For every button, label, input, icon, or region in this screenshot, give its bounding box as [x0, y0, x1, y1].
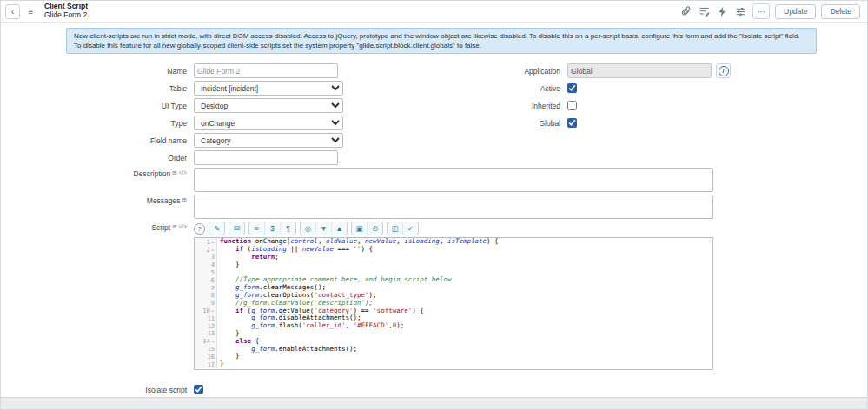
isolate-script-label: Isolate script — [1, 386, 194, 394]
ui-type-label: UI Type — [1, 102, 194, 110]
outline-button[interactable]: ≡ — [249, 222, 265, 235]
ui-type-select[interactable]: Desktop — [194, 98, 343, 113]
order-label: Order — [1, 154, 194, 162]
translate-icon: ⊞ — [182, 196, 187, 202]
wrap-lines-button[interactable]: ¶ — [281, 222, 295, 235]
line-number: 14– — [195, 338, 217, 346]
messages-label: Messages⊞ — [1, 195, 194, 205]
code-icon: </> — [179, 223, 187, 229]
script-field-row: Script⊞</> ? ✎✉≡$¶◎▼▲▣⊙◫✓ 1–function onC… — [1, 222, 867, 370]
toolbar-button-groups: ✎✉≡$¶◎▼▲▣⊙◫✓ — [209, 222, 419, 235]
line-number: 2– — [195, 246, 217, 254]
form-body: Name Table Incident [incident] UI Type D… — [1, 60, 867, 397]
format-code-button[interactable]: ✎ — [209, 222, 224, 235]
line-number: 13 — [195, 330, 217, 338]
attachment-button[interactable] — [679, 5, 692, 18]
line-number: 16 — [195, 353, 217, 360]
table-label: Table — [1, 84, 194, 93]
code-line: 4 } — [195, 261, 712, 269]
form-header: ‹ ≡ Client Script Glide Form 2 ⋯ Update … — [1, 1, 867, 23]
code-line: 17} — [195, 360, 712, 368]
order-input[interactable] — [194, 150, 338, 165]
translate-icon: ⊞ — [172, 169, 176, 175]
activity-stream-button[interactable] — [716, 5, 729, 18]
client-script-form-page: ‹ ≡ Client Script Glide Form 2 ⋯ Update … — [0, 0, 868, 410]
replace-button[interactable]: $ — [265, 222, 281, 235]
hamburger-icon: ≡ — [29, 7, 34, 17]
line-number: 3 — [195, 254, 217, 261]
code-line: 16 } — [195, 353, 712, 360]
inherited-field-row: Inherited — [409, 98, 783, 113]
more-options-button[interactable]: ⋯ — [752, 3, 770, 19]
application-label: Application — [409, 67, 567, 76]
fold-marker-icon[interactable]: – — [211, 239, 215, 246]
type-label: Type — [1, 119, 194, 128]
update-button[interactable]: Update — [775, 4, 816, 19]
description-field-row: Description⊞</> — [1, 168, 867, 192]
table-select[interactable]: Incident [incident] — [194, 81, 343, 96]
fold-marker-icon[interactable]: – — [211, 247, 215, 254]
active-label: Active — [409, 84, 567, 93]
script-label: Script⊞</> — [1, 222, 194, 232]
line-number: 10– — [195, 308, 217, 315]
line-number: 7 — [195, 284, 217, 292]
paperclip-icon — [680, 6, 692, 17]
name-input[interactable] — [194, 63, 338, 78]
isolate-script-checkbox[interactable] — [194, 385, 203, 394]
edit-list-icon — [699, 6, 710, 17]
search-next-button[interactable]: ▼ — [316, 222, 332, 235]
global-checkbox[interactable] — [567, 118, 577, 128]
description-textarea[interactable] — [194, 168, 713, 192]
comment-button[interactable]: ✉ — [229, 222, 244, 235]
history-button[interactable]: ⊙ — [368, 222, 382, 235]
fold-marker-icon[interactable]: – — [211, 338, 215, 345]
application-info-button[interactable]: i — [716, 63, 731, 78]
banner-text: New client-scripts are run in strict mod… — [74, 32, 800, 50]
line-number: 17 — [195, 360, 217, 368]
code-line: 15 g_form.enableAttachments(); — [195, 346, 712, 354]
lightning-icon — [717, 6, 728, 17]
search-prev-button[interactable]: ▲ — [332, 222, 347, 235]
application-input — [567, 63, 712, 78]
ellipsis-icon: ⋯ — [757, 7, 765, 17]
active-checkbox[interactable] — [567, 83, 577, 93]
code-editor-area[interactable]: 1–function onChange(control, oldValue, n… — [194, 237, 713, 370]
description-label: Description⊞</> — [1, 168, 194, 178]
script-editor-toolbar: ? ✎✉≡$¶◎▼▲▣⊙◫✓ — [194, 222, 713, 235]
messages-textarea[interactable] — [194, 195, 713, 219]
line-number: 6 — [195, 276, 217, 284]
line-number: 1– — [195, 238, 217, 246]
strict-mode-info-banner: New client-scripts are run in strict mod… — [66, 28, 817, 54]
line-number: 15 — [195, 346, 217, 354]
editor-help-button[interactable]: ? — [194, 223, 205, 235]
search-button[interactable]: ◎ — [301, 222, 316, 235]
right-column: Application i Active Inherited Global — [409, 63, 783, 133]
code-line: 12 g_form.flash('caller_id', '#FFFACD',0… — [195, 322, 712, 330]
translate-icon: ⊞ — [172, 223, 176, 229]
code-text[interactable]: g_form.flash('caller_id', '#FFFACD',0); — [217, 322, 404, 330]
code-text[interactable]: } — [217, 360, 224, 368]
save-script-button[interactable]: ◫ — [388, 222, 403, 235]
syntax-check-button[interactable]: ✓ — [403, 222, 418, 235]
global-field-row: Global — [409, 116, 783, 130]
line-number: 5 — [195, 269, 217, 277]
isolate-script-field-row: Isolate script — [1, 382, 867, 397]
line-number: 4 — [195, 261, 217, 269]
back-button[interactable]: ‹ — [5, 4, 20, 19]
context-menu-button[interactable]: ≡ — [23, 4, 38, 19]
inherited-checkbox[interactable] — [567, 101, 577, 110]
order-field-row: Order — [1, 150, 867, 165]
type-select[interactable]: onChange — [194, 116, 343, 130]
preview-button[interactable]: ▣ — [352, 222, 368, 235]
field-name-field-row: Field name Category — [1, 133, 867, 148]
sliders-icon — [735, 6, 746, 17]
field-name-select[interactable]: Category — [194, 133, 343, 148]
global-label: Global — [409, 119, 567, 128]
personalize-form-button[interactable] — [698, 5, 711, 18]
active-field-row: Active — [409, 81, 783, 96]
fold-marker-icon[interactable]: – — [211, 308, 215, 314]
code-text[interactable]: } — [217, 261, 240, 269]
messages-field-row: Messages⊞ — [1, 195, 867, 219]
filter-button[interactable] — [734, 5, 747, 18]
delete-button[interactable]: Delete — [821, 4, 860, 19]
